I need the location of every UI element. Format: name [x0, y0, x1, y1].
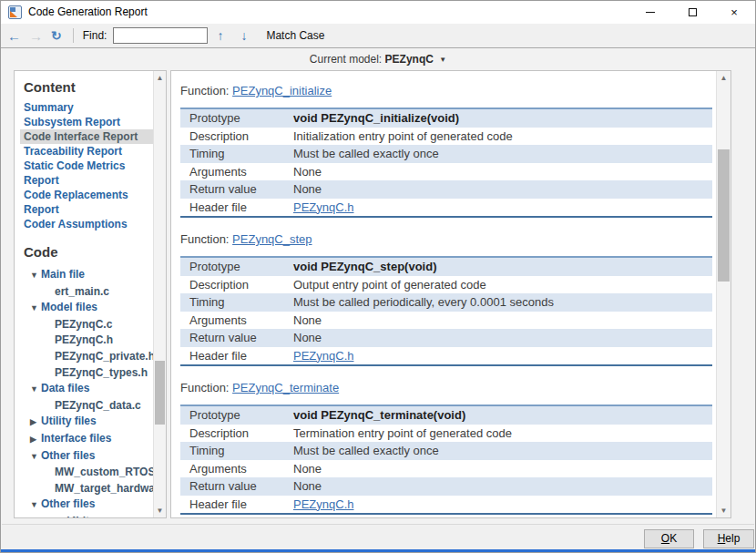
code-heading: Code	[24, 244, 153, 260]
sidebar-item-coder-assumptions[interactable]: Coder Assumptions	[20, 217, 153, 231]
table-row: TimingMust be called exactly once	[180, 145, 712, 163]
ok-button[interactable]: OK	[644, 529, 694, 548]
window-title: Code Generation Report	[28, 1, 148, 24]
table-row: Prototypevoid PEZynqC_terminate(void)	[180, 406, 712, 425]
expand-icon[interactable]: ▶	[30, 432, 41, 448]
sidebar-item-subsystem-report[interactable]: Subsystem Report	[20, 115, 153, 129]
tree-label: Model files	[41, 301, 97, 313]
scroll-up-icon[interactable]: ▲	[717, 71, 730, 85]
report-icon	[8, 5, 22, 19]
tree-node-pezynqc-c[interactable]: PEZynqC.c	[24, 317, 153, 333]
header-file-link[interactable]: PEZynqC.h	[293, 200, 712, 214]
minimize-button[interactable]	[629, 1, 671, 24]
forward-button[interactable]: →	[29, 29, 43, 43]
scroll-up-icon[interactable]: ▲	[154, 71, 166, 85]
table-row: Header filePEZynqC.h	[180, 496, 712, 514]
function-table-terminate: Prototypevoid PEZynqC_terminate(void) De…	[180, 405, 712, 515]
title-bar: Code Generation Report ×	[1, 1, 755, 24]
match-case-toggle[interactable]: Match Case	[266, 29, 324, 42]
collapse-icon[interactable]: ▼	[30, 497, 41, 514]
sidebar-item-summary[interactable]: Summary	[20, 100, 153, 115]
model-dropdown-icon[interactable]: ▼	[439, 56, 446, 64]
scroll-down-icon[interactable]: ▼	[154, 504, 166, 517]
sidebar-scrollbar[interactable]: ▲ ▼	[153, 71, 166, 517]
header-file-link[interactable]: PEZynqC.h	[293, 349, 712, 363]
tree-node-mw-target-hardware[interactable]: MW_target_hardware_re	[24, 481, 153, 497]
tree-node-model-files[interactable]: ▼Model files	[24, 300, 153, 317]
close-icon: ×	[730, 6, 738, 18]
sidebar-item-static-code-metrics-report[interactable]: Static Code Metrics Report	[20, 159, 153, 188]
content-scrollbar-thumb[interactable]	[718, 149, 730, 282]
function-label: Function:	[180, 381, 229, 394]
row-label: Arguments	[180, 462, 293, 476]
find-label: Find:	[83, 29, 107, 42]
sidebar-content: Content Summary Subsystem Report Code In…	[15, 71, 153, 517]
sidebar-item-code-interface-report[interactable]: Code Interface Report	[20, 129, 153, 144]
collapse-icon[interactable]: ▼	[30, 268, 41, 284]
row-value: void PEZynqC_step(void)	[293, 260, 712, 273]
maximize-button[interactable]	[671, 1, 713, 24]
function-link-initialize[interactable]: PEZynqC_initialize	[232, 84, 332, 97]
tree-node-utility-files[interactable]: ▶Utility files	[24, 414, 153, 431]
sidebar-item-code-replacements-report[interactable]: Code Replacements Report	[20, 188, 153, 217]
tree-node-axi4lite-c[interactable]: axi4Lite.c	[24, 514, 153, 517]
table-row: Header filePEZynqC.h	[180, 347, 712, 365]
collapse-icon[interactable]: ▼	[30, 301, 41, 317]
row-label: Description	[180, 278, 293, 292]
row-label: Return value	[180, 331, 293, 344]
tree-node-other-files-1[interactable]: ▼Other files	[24, 448, 153, 466]
current-model-bar[interactable]: Current model: PEZynqC ▼	[2, 49, 754, 69]
expand-icon[interactable]: ▶	[30, 415, 41, 431]
tree-node-pezynqc-data-c[interactable]: PEZynqC_data.c	[24, 398, 153, 415]
row-value: None	[293, 462, 712, 476]
header-file-link[interactable]: PEZynqC.h	[293, 497, 712, 511]
sidebar-scrollbar-thumb[interactable]	[155, 361, 165, 425]
tree-node-other-files-2[interactable]: ▼Other files	[24, 497, 153, 514]
help-button[interactable]: Help	[703, 529, 754, 548]
row-label: Prototype	[180, 260, 293, 273]
table-row: Return valueNone	[180, 477, 712, 496]
find-next-button[interactable]: ↓	[240, 29, 247, 42]
window-controls: ×	[629, 1, 755, 24]
row-value: Termination entry point of generated cod…	[293, 426, 712, 440]
function-title: Function: PEZynqC_initialize	[180, 84, 712, 98]
window-bottom-border	[1, 549, 755, 552]
refresh-button[interactable]: ↻	[51, 29, 62, 42]
function-link-terminate[interactable]: PEZynqC_terminate	[232, 381, 339, 394]
row-label: Return value	[180, 479, 293, 493]
row-value: None	[293, 331, 712, 344]
table-row: DescriptionOutput entry point of generat…	[180, 276, 712, 294]
code-generation-report-window: Code Generation Report × ← → ↻ Find: ↑ ↓…	[0, 0, 756, 553]
function-title: Function: PEZynqC_step	[180, 232, 712, 247]
row-value: Must be called exactly once	[293, 147, 712, 160]
row-label: Arguments	[180, 165, 293, 179]
row-label: Prototype	[180, 408, 293, 422]
find-previous-button[interactable]: ↑	[217, 29, 223, 42]
find-input[interactable]	[113, 27, 208, 44]
scroll-down-icon[interactable]: ▼	[717, 504, 730, 517]
tree-node-data-files[interactable]: ▼Data files	[24, 381, 153, 398]
tree-node-pezynqc-types-h[interactable]: PEZynqC_types.h	[24, 365, 153, 382]
tree-node-interface-files[interactable]: ▶Interface files	[24, 431, 153, 448]
close-button[interactable]: ×	[713, 1, 755, 24]
tree-node-pezynqc-private-h[interactable]: PEZynqC_private.h	[24, 349, 153, 365]
row-value: None	[293, 182, 712, 196]
row-label: Timing	[180, 444, 293, 457]
table-row: TimingMust be called exactly once	[180, 442, 712, 460]
tree-label: Data files	[41, 382, 89, 394]
tree-node-ert-main-c[interactable]: ert_main.c	[24, 284, 153, 301]
collapse-icon[interactable]: ▼	[30, 449, 41, 466]
collapse-icon[interactable]: ▼	[30, 382, 41, 398]
tree-node-mw-custom-rtos[interactable]: MW_custom_RTOS_hea	[24, 465, 153, 481]
content-scrollbar[interactable]: ▲ ▼	[716, 71, 730, 517]
row-label: Description	[180, 129, 293, 143]
tree-node-main-file[interactable]: ▼Main file	[24, 267, 153, 284]
back-button[interactable]: ←	[7, 29, 21, 43]
function-label: Function:	[180, 84, 229, 97]
tree-node-pezynqc-h[interactable]: PEZynqC.h	[24, 333, 153, 349]
table-row: Return valueNone	[180, 329, 712, 347]
sidebar-item-traceability-report[interactable]: Traceability Report	[20, 144, 153, 159]
function-link-step[interactable]: PEZynqC_step	[232, 232, 312, 246]
sidebar-panel: Content Summary Subsystem Report Code In…	[14, 70, 167, 518]
row-value: Output entry point of generated code	[293, 278, 712, 292]
